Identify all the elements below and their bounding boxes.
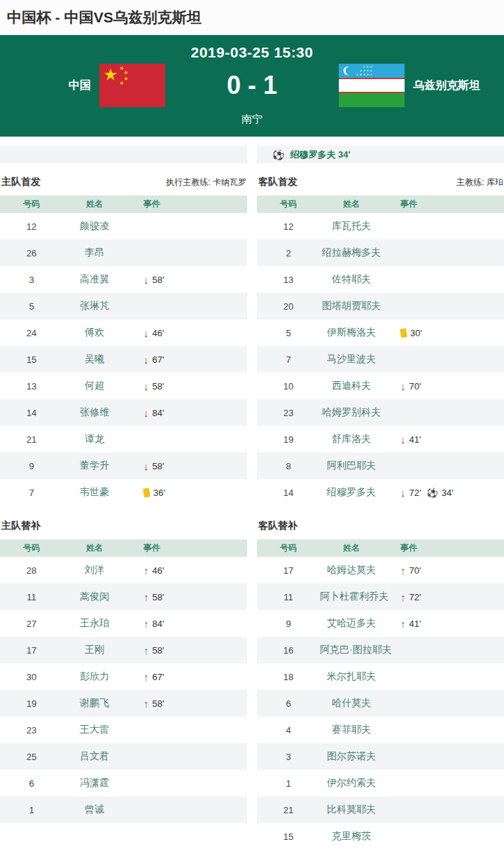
player-row: 21比科莫耶夫 [257,796,504,823]
player-number: 7 [257,354,320,365]
player-number: 11 [257,592,320,602]
player-number: 6 [257,698,320,709]
table-header: 号码 姓名 事件 [257,539,504,557]
event-time: 67' [153,672,164,682]
player-events: ↑72' [383,592,504,602]
player-number: 5 [0,301,63,312]
player-name: 高准翼 [63,273,126,286]
col-name-label: 姓名 [320,198,383,210]
sub-in-icon: ↑ [144,672,149,682]
player-number: 1 [257,778,320,789]
event-time: 46' [153,328,164,338]
player-number: 18 [257,672,320,682]
player-number: 24 [0,328,63,338]
player-name: 张琳芃 [63,300,126,312]
player-number: 9 [257,619,320,629]
home-start-title: 主队首发 [1,176,41,188]
player-row: 17哈姆达莫夫↑70' [257,557,504,584]
player-events: ↓84' [126,408,247,418]
player-number: 15 [0,354,63,365]
away-goal-strip: ⚽ 绍穆罗多夫 34' [257,146,504,163]
event-time: 84' [153,619,164,629]
home-team-name: 中国 [69,78,91,93]
event-time: 72' [410,488,421,498]
col-event-label: 事件 [126,542,247,554]
player-name: 张修维 [63,406,126,419]
sub-out-icon: ↓ [144,275,149,285]
player-number: 4 [257,725,320,736]
event-time: 30' [410,328,422,338]
player-name: 冯潇霆 [63,777,126,789]
away-start-title: 客队首发 [258,176,298,188]
sub-out-icon: ↓ [400,381,406,392]
player-name: 曾诚 [63,803,126,816]
player-row: 3高准翼↓58' [0,266,247,293]
player-events: ↑67' [126,672,247,682]
sub-out-icon: ↓ [400,488,406,498]
player-row: 15克里梅茨 [257,823,504,850]
player-name: 哈什莫夫 [320,697,383,710]
player-name: 蒿俊闵 [63,591,126,603]
goal-icon: ⚽ [272,150,284,160]
player-row: 13佐特耶夫 [257,266,504,293]
player-row: 10西迪科夫↓70' [257,373,504,399]
player-row: 28刘洋↑46' [0,557,247,584]
player-row: 9艾哈迈多夫↑41' [257,610,504,637]
page-header: 中国杯 - 中国VS乌兹别克斯坦 [0,0,504,35]
player-name: 哈姆达莫夫 [320,564,383,577]
player-row: 9董学升↓58' [0,453,247,479]
table-header: 号码 姓名 事件 [257,195,504,213]
goal-icon: ⚽ [426,488,438,497]
player-name: 佐特耶夫 [320,273,383,286]
player-name: 阿利巴耶夫 [320,460,383,472]
player-name: 傅欢 [63,326,126,339]
player-row: 5张琳芃 [0,293,247,319]
uzbekistan-flag-icon [339,64,405,107]
player-name: 彭欣力 [63,670,126,683]
player-number: 19 [0,698,63,709]
away-start-column: 客队首发 主教练: 库珀 号码 姓名 事件 12库瓦托夫2绍拉赫梅多夫13佐特耶… [257,163,504,506]
player-number: 10 [257,381,320,392]
player-row: 23王大雷 [0,717,247,743]
home-subs-column: 主队替补 号码 姓名 事件 28刘洋↑46'11蒿俊闵↑58'27王永珀↑84'… [0,507,247,823]
player-events: ↓58' [126,275,247,285]
col-number-label: 号码 [0,542,63,554]
sub-in-icon: ↑ [144,592,149,602]
player-events: 30' [383,328,504,338]
event-time: 41' [410,619,421,629]
player-row: 20图塔胡贾耶夫 [257,293,504,319]
col-number-label: 号码 [257,542,320,554]
player-name: 比科莫耶夫 [320,803,383,816]
player-name: 图尔苏诺夫 [320,750,383,763]
player-name: 吴曦 [63,353,126,366]
table-header: 号码 姓名 事件 [0,539,247,557]
player-row: 2绍拉赫梅多夫 [257,240,504,266]
player-number: 30 [0,672,63,682]
event-time: 58' [153,645,164,656]
player-events: 36' [126,488,247,498]
event-time: 41' [410,434,421,445]
yellow-card-icon [400,328,407,338]
player-row: 1伊尔约索夫 [257,770,504,796]
player-events: ↑58' [126,645,247,656]
player-number: 17 [257,565,320,576]
player-number: 13 [0,381,63,392]
player-name: 赛菲耶夫 [320,724,383,736]
player-number: 21 [257,805,320,815]
event-time: 84' [153,408,164,418]
venue: 南宁 [0,113,504,126]
player-number: 1 [0,805,63,815]
sub-in-icon: ↑ [144,619,149,629]
player-name: 艾哈迈多夫 [320,617,383,630]
player-row: 14张修维↓84' [0,399,247,426]
player-name: 谭龙 [63,433,126,446]
sub-in-icon: ↑ [144,565,149,576]
player-row: 13何超↓58' [0,373,247,399]
sub-out-icon: ↓ [144,408,149,418]
player-number: 26 [0,248,63,258]
player-events: ↓58' [126,461,247,471]
player-name: 韦世豪 [63,486,126,499]
player-name: 西迪科夫 [320,380,383,392]
sub-out-icon: ↓ [400,434,406,445]
player-number: 3 [0,275,63,285]
